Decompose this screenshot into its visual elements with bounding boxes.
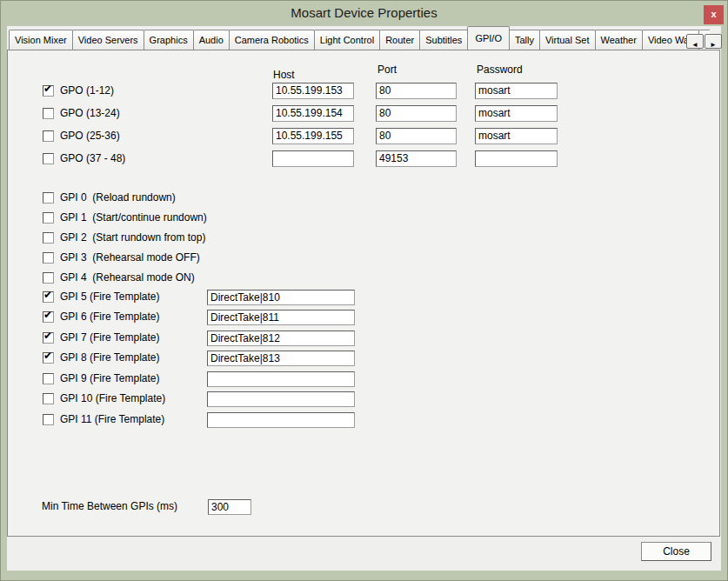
check-icon: ✔ — [43, 330, 52, 342]
tab-strip: Vision Mixer Video Servers Graphics Audi… — [9, 26, 710, 50]
check-icon: ✔ — [43, 83, 52, 95]
gpo-row-37-48: ✔ GPO (37 - 48) 49153 — [8, 150, 719, 168]
gpi-row-2: ✔ GPI 2 (Start rundown from top) — [8, 232, 719, 250]
gpo-row-13-24: ✔ GPO (13-24) 10.55.199.154 80 mosart — [8, 105, 719, 123]
gpi-2-label: GPI 2 (Start rundown from top) — [60, 231, 205, 244]
dialog-body: Vision Mixer Video Servers Graphics Audi… — [7, 26, 721, 571]
gpo-row-25-36: ✔ GPO (25-36) 10.55.199.155 80 mosart — [8, 128, 719, 145]
min-time-input[interactable]: 300 — [208, 499, 251, 515]
arrow-right-icon: ► — [710, 41, 717, 49]
gpo-13-24-checkbox[interactable]: ✔ — [43, 108, 54, 119]
tab-tally[interactable]: Tally — [509, 30, 540, 50]
gpi-9-label: GPI 9 (Fire Template) — [60, 372, 159, 384]
gpi-10-label: GPI 10 (Fire Template) — [60, 392, 165, 404]
gpi-2-checkbox[interactable]: ✔ — [43, 232, 54, 244]
tab-gpio[interactable]: GPI/O — [467, 26, 510, 50]
tab-weather[interactable]: Weather — [595, 30, 643, 50]
min-time-label: Min Time Between GPIs (ms) — [42, 500, 177, 512]
gpi-8-label: GPI 8 (Fire Template) — [60, 351, 159, 364]
tab-vision-mixer[interactable]: Vision Mixer — [9, 30, 73, 50]
gpi-10-template-input[interactable] — [207, 391, 355, 407]
gpi-7-checkbox[interactable]: ✔ — [43, 332, 54, 344]
gpi-row-7: ✔ GPI 7 (Fire Template) DirectTake|812 — [8, 332, 719, 350]
gpi-4-label: GPI 4 (Rehearsal mode ON) — [60, 271, 195, 284]
gpo-25-36-password-input[interactable]: mosart — [475, 128, 558, 144]
gpi-8-template-input[interactable]: DirectTake|813 — [207, 351, 355, 366]
check-icon: ✔ — [43, 289, 52, 301]
mosart-device-properties-window: Mosart Device Properties x Vision Mixer … — [0, 0, 728, 581]
gpi-0-checkbox[interactable]: ✔ — [43, 192, 54, 204]
gpo-37-48-label: GPO (37 - 48) — [60, 152, 125, 164]
tab-audio[interactable]: Audio — [193, 30, 230, 50]
close-icon: x — [711, 9, 716, 19]
gpi-3-checkbox[interactable]: ✔ — [43, 252, 54, 264]
tab-video-servers[interactable]: Video Servers — [72, 30, 144, 50]
gpi-11-label: GPI 11 (Fire Template) — [60, 413, 164, 425]
gpi-row-8: ✔ GPI 8 (Fire Template) DirectTake|813 — [8, 352, 719, 370]
port-column-label: Port — [377, 63, 397, 76]
window-title: Mosart Device Properties — [0, 0, 728, 26]
gpi-row-5: ✔ GPI 5 (Fire Template) DirectTake|810 — [8, 291, 719, 309]
gpi-row-9: ✔ GPI 9 (Fire Template) — [8, 373, 719, 391]
arrow-left-icon: ◄ — [691, 41, 698, 49]
gpi-7-label: GPI 7 (Fire Template) — [60, 331, 159, 344]
tab-virtual-set[interactable]: Virtual Set — [539, 30, 596, 50]
gpo-13-24-port-input[interactable]: 80 — [376, 105, 457, 122]
close-button-label: Close — [663, 545, 690, 558]
gpi-5-template-input[interactable]: DirectTake|810 — [207, 290, 355, 305]
gpi-11-checkbox[interactable]: ✔ — [43, 414, 54, 425]
gpi-7-template-input[interactable]: DirectTake|812 — [207, 331, 355, 346]
gpi-11-template-input[interactable] — [207, 412, 355, 428]
gpi-4-checkbox[interactable]: ✔ — [43, 272, 54, 284]
gpo-37-48-checkbox[interactable]: ✔ — [43, 153, 54, 164]
gpo-row-1-12: ✔ GPO (1-12) 10.55.199.153 80 mosart — [8, 83, 719, 100]
gpi-6-label: GPI 6 (Fire Template) — [60, 311, 159, 323]
gpo-13-24-host-input[interactable]: 10.55.199.154 — [272, 105, 354, 122]
tab-scroll-buttons: ◄ ► — [685, 34, 722, 49]
gpo-37-48-port-input[interactable]: 49153 — [376, 150, 457, 167]
gpi-row-11: ✔ GPI 11 (Fire Template) — [8, 414, 719, 431]
gpi-row-10: ✔ GPI 10 (Fire Template) — [8, 393, 719, 411]
gpi-0-label: GPI 0 (Reload rundown) — [60, 191, 176, 204]
gpi-row-0: ✔ GPI 0 (Reload rundown) — [8, 192, 719, 210]
tab-graphics[interactable]: Graphics — [144, 30, 194, 50]
gpi-1-checkbox[interactable]: ✔ — [43, 212, 54, 224]
gpo-37-48-host-input[interactable] — [272, 150, 354, 167]
tab-subtitles[interactable]: Subtitles — [419, 30, 468, 50]
gpi-9-template-input[interactable] — [207, 371, 355, 387]
gpo-13-24-label: GPO (13-24) — [60, 107, 120, 119]
gpo-1-12-port-input[interactable]: 80 — [376, 83, 457, 99]
check-icon: ✔ — [43, 350, 52, 362]
gpo-25-36-port-input[interactable]: 80 — [376, 128, 457, 144]
gpo-1-12-label: GPO (1-12) — [60, 84, 114, 97]
tab-scroll-right-button[interactable]: ► — [705, 34, 722, 49]
gpi-6-checkbox[interactable]: ✔ — [43, 311, 54, 323]
password-column-label: Password — [477, 63, 523, 76]
tab-scroll-left-button[interactable]: ◄ — [686, 34, 704, 49]
gpi-1-label: GPI 1 (Start/continue rundown) — [60, 211, 207, 224]
gpo-1-12-host-input[interactable]: 10.55.199.153 — [272, 83, 354, 99]
gpi-10-checkbox[interactable]: ✔ — [43, 393, 54, 404]
gpo-37-48-password-input[interactable] — [475, 150, 558, 167]
gpo-25-36-checkbox[interactable]: ✔ — [43, 130, 54, 142]
gpi-5-label: GPI 5 (Fire Template) — [60, 290, 159, 303]
tab-light-control[interactable]: Light Control — [314, 30, 380, 50]
gpi-3-label: GPI 3 (Rehearsal mode OFF) — [60, 251, 200, 264]
gpo-1-12-password-input[interactable]: mosart — [475, 83, 558, 99]
gpo-25-36-label: GPO (25-36) — [60, 130, 120, 142]
gpi-5-checkbox[interactable]: ✔ — [43, 291, 54, 303]
window-close-button[interactable]: x — [704, 5, 724, 24]
gpi-6-template-input[interactable]: DirectTake|811 — [207, 310, 355, 325]
gpo-1-12-checkbox[interactable]: ✔ — [43, 85, 54, 97]
gpio-tab-page: Host Port Password ✔ GPO (1-12) 10.55.19… — [7, 50, 720, 537]
gpi-row-1: ✔ GPI 1 (Start/continue rundown) — [8, 212, 719, 230]
tab-camera-robotics[interactable]: Camera Robotics — [229, 30, 315, 50]
gpo-13-24-password-input[interactable]: mosart — [475, 105, 558, 122]
check-icon: ✔ — [43, 309, 52, 321]
close-button[interactable]: Close — [641, 542, 711, 561]
tab-router[interactable]: Router — [379, 30, 420, 50]
gpi-8-checkbox[interactable]: ✔ — [43, 352, 54, 364]
gpi-row-6: ✔ GPI 6 (Fire Template) DirectTake|811 — [8, 311, 719, 329]
gpi-9-checkbox[interactable]: ✔ — [43, 373, 54, 384]
gpo-25-36-host-input[interactable]: 10.55.199.155 — [272, 128, 354, 144]
